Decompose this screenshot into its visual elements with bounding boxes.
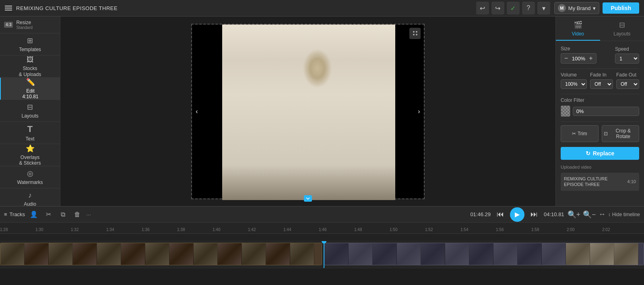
skip-forward-button[interactable]: ⏭ (528, 209, 540, 220)
current-time-display: 01:46.29 (470, 211, 491, 217)
thumb-r1 (324, 243, 349, 265)
resize-sub: Standard (16, 25, 33, 30)
more-options-ellipsis[interactable]: ··· (86, 211, 91, 218)
layouts-tab-icon: ⊟ (619, 21, 625, 29)
uploaded-label: Uploaded video (561, 165, 639, 169)
speed-label: Speed (615, 46, 639, 52)
color-filter-input[interactable] (573, 107, 639, 116)
thumb-r3 (373, 243, 397, 265)
fit-button[interactable]: ↔ (599, 210, 606, 219)
sidebar: 4:3 Resize Standard ⊞ Templates 🖼 Stocks… (0, 17, 60, 206)
track-thumbnails-left (0, 243, 314, 265)
zoom-out-button[interactable]: 🔍− (583, 210, 596, 219)
menu-icon[interactable] (5, 6, 12, 10)
video-content (222, 25, 395, 200)
video-tab-label: Video (572, 31, 584, 37)
thumb-11 (242, 243, 266, 265)
video-segment-left[interactable] (0, 243, 322, 265)
timeline-area: ≡ Tracks 👤 ✂ ⧉ 🗑 ··· 01:46.29 ⏮ ▶ ⏭ 04:1… (0, 206, 644, 285)
replace-icon: ↻ (586, 150, 590, 157)
publish-button[interactable]: Publish (603, 2, 639, 14)
sidebar-item-layouts[interactable]: ⊟ Layouts (0, 100, 60, 122)
size-increase-button[interactable]: + (588, 55, 593, 62)
size-group: Size − 100% + (561, 46, 597, 64)
thumb-r5 (421, 243, 445, 265)
sidebar-item-watermarks[interactable]: ◎ Watermarks (0, 166, 60, 188)
sidebar-item-stocks[interactable]: 🖼 Stocks& Uploads (0, 56, 60, 78)
color-swatch[interactable] (561, 105, 570, 117)
crop-rotate-button[interactable]: ⊡ Crop & Rotate (602, 125, 640, 142)
speed-select[interactable]: 11.251.52 (615, 54, 639, 64)
sidebar-item-overlays[interactable]: ⭐ Overlays& Stickers (0, 144, 60, 166)
trim-label: Trim (578, 131, 587, 136)
color-filter-row (561, 105, 639, 117)
right-panel-content: Size − 100% + Speed 11.251.52 (556, 41, 644, 206)
edit-label: Edit4:10.81 (22, 88, 38, 100)
fadeout-label: Fade Out (616, 72, 639, 78)
uploaded-item-duration: 4:10 (627, 179, 636, 184)
size-speed-row: Size − 100% + Speed 11.251.52 (561, 46, 639, 64)
help-button[interactable]: ? (522, 2, 535, 14)
crop-label: Crop & Rotate (609, 128, 638, 139)
thumb-2 (25, 243, 49, 265)
canvas-area: ‹ › (60, 17, 555, 206)
video-segment-right[interactable] (324, 243, 644, 265)
corner-handle[interactable] (409, 28, 421, 39)
zoom-in-button[interactable]: 🔍+ (568, 210, 581, 219)
sidebar-item-audio[interactable]: ♪ Audio (0, 188, 60, 206)
add-track-button[interactable]: 👤 (28, 209, 39, 220)
thumb-r4 (397, 243, 421, 265)
audio-label: Audio (24, 201, 36, 206)
thumb-r7 (469, 243, 493, 265)
duplicate-button[interactable]: ⧉ (57, 209, 68, 220)
hide-timeline-button[interactable]: ↕ Hide timeline (608, 212, 640, 217)
thumb-r11 (566, 243, 590, 265)
thumb-5 (97, 243, 121, 265)
undo-button[interactable]: ↩ (476, 2, 489, 14)
thumb-r13 (614, 243, 638, 265)
nav-arrow-left[interactable]: ‹ (192, 102, 202, 121)
volume-label: Volume (561, 72, 587, 78)
bottom-resize-handle[interactable] (304, 195, 312, 202)
size-decrease-button[interactable]: − (564, 55, 569, 62)
sidebar-item-templates[interactable]: ⊞ Templates (0, 33, 60, 56)
right-panel: 🎬 Video ⊟ Layouts Size − 100% + (555, 17, 644, 206)
tab-video[interactable]: 🎬 Video (556, 17, 600, 41)
uploaded-item-name: REMIXING CULTUREEPISODE THREE (564, 176, 608, 188)
more-options-button[interactable]: ▾ (537, 2, 550, 14)
crop-icon: ⊡ (604, 131, 608, 136)
save-status-button[interactable]: ✓ (507, 2, 520, 14)
overlay-track (0, 234, 644, 241)
brand-selector[interactable]: M My Brand ▾ (554, 2, 600, 14)
video-container[interactable]: ‹ › (191, 24, 425, 199)
color-filter-label: Color Filter (561, 97, 639, 103)
sidebar-item-edit[interactable]: ✏️ Edit4:10.81 (0, 78, 60, 100)
track-thumbnails-right (324, 243, 638, 265)
overlays-label: Overlays& Stickers (19, 155, 41, 166)
tracks-button[interactable]: ≡ Tracks (4, 211, 25, 217)
size-label: Size (561, 46, 597, 52)
tab-layouts[interactable]: ⊟ Layouts (600, 17, 644, 41)
replace-label: Replace (593, 150, 615, 157)
resize-text: Resize Standard (16, 20, 33, 30)
fadeout-select[interactable]: Off0.5s1s2s (616, 79, 639, 89)
playhead[interactable] (324, 241, 324, 268)
delete-button[interactable]: 🗑 (72, 209, 83, 220)
nav-arrow-right[interactable]: › (414, 102, 424, 121)
layouts-tab-label: Layouts (613, 31, 630, 37)
trim-button[interactable]: ✂ Trim (561, 125, 599, 142)
replace-button[interactable]: ↻ Replace (561, 147, 639, 160)
fadein-select[interactable]: Off0.5s1s2s (590, 79, 613, 89)
project-title: REMIXING CULTURE EPISODE THREE (16, 5, 118, 11)
corner-handle-dots (413, 31, 417, 35)
tracks-label: Tracks (10, 211, 25, 217)
redo-button[interactable]: ↪ (491, 2, 504, 14)
skip-back-button[interactable]: ⏮ (495, 209, 506, 220)
volume-select[interactable]: 100%75%50%25%0% (561, 79, 587, 89)
cut-button[interactable]: ✂ (43, 209, 54, 220)
size-value: 100% (570, 56, 586, 62)
thumb-r9 (518, 243, 542, 265)
sidebar-item-resize[interactable]: 4:3 Resize Standard (0, 17, 60, 33)
sidebar-item-text[interactable]: T Text (0, 122, 60, 144)
play-button[interactable]: ▶ (510, 207, 524, 222)
